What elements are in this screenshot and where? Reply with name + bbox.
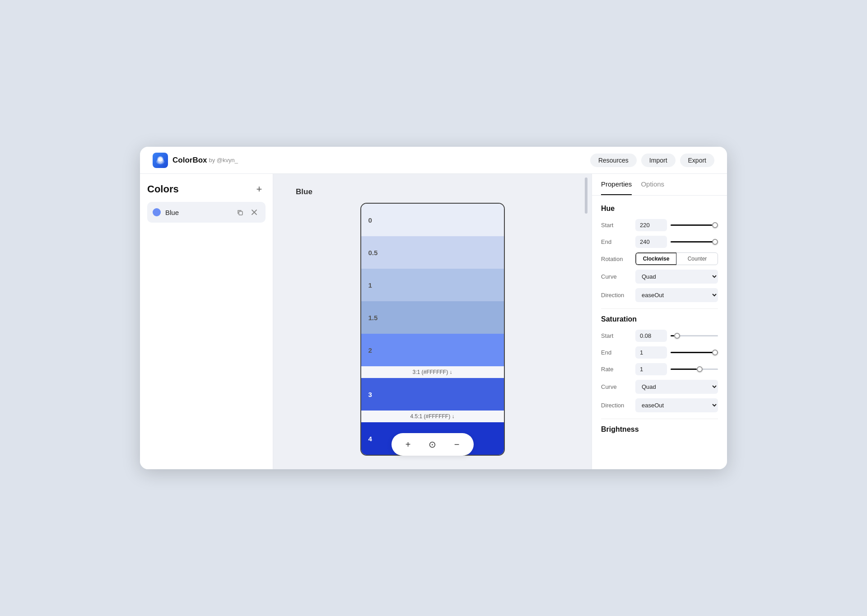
palette-row-3: 3	[361, 378, 504, 411]
row-label-3: 3	[368, 391, 372, 398]
palette-row-1-5: 1.5	[361, 301, 504, 334]
main-layout: Colors + Blue	[140, 174, 727, 469]
scroll-bar[interactable]	[584, 174, 588, 469]
sat-end-input[interactable]	[635, 346, 667, 359]
sat-rate-input[interactable]	[635, 363, 667, 375]
rotation-toggle: Clockwise Counter	[635, 252, 718, 265]
hue-curve-label: Curve	[601, 273, 632, 280]
palette-row-0: 0	[361, 204, 504, 236]
sat-rate-row: Rate	[601, 363, 718, 375]
sat-start-row: Start	[601, 330, 718, 342]
app-subtitle: by @kvyn_	[209, 157, 238, 163]
sidebar: Colors + Blue	[140, 174, 273, 469]
copy-color-button[interactable]	[234, 206, 246, 218]
rotation-counter-button[interactable]: Counter	[676, 252, 718, 265]
hue-rotation-label: Rotation	[601, 256, 632, 262]
properties-panel: Properties Options Hue Start	[592, 174, 727, 469]
sat-direction-select[interactable]: easeOut	[635, 398, 718, 412]
hue-title: Hue	[601, 205, 718, 213]
color-actions	[234, 206, 260, 218]
row-label-1: 1	[368, 281, 372, 289]
row-label-0-5: 0.5	[368, 249, 378, 257]
color-name-blue: Blue	[165, 209, 229, 216]
tab-options[interactable]: Options	[641, 174, 664, 195]
hue-direction-label: Direction	[601, 292, 632, 299]
hue-curve-select[interactable]: Quad	[635, 270, 718, 284]
sat-rate-slider[interactable]	[671, 369, 718, 370]
color-dot-blue	[153, 208, 161, 216]
contrast-3-text: 3:1 (#FFFFFF) ↓	[413, 369, 452, 375]
sidebar-title: Colors	[147, 183, 179, 195]
hue-start-row: Start	[601, 219, 718, 231]
resources-button[interactable]: Resources	[590, 154, 637, 167]
hue-rotation-row: Rotation Clockwise Counter	[601, 252, 718, 265]
import-button[interactable]: Import	[641, 154, 676, 167]
sat-curve-select[interactable]: Quad	[635, 380, 718, 394]
sat-direction-row: Direction easeOut	[601, 398, 718, 412]
hue-direction-row: Direction easeOut	[601, 288, 718, 302]
zoom-in-button[interactable]: +	[401, 438, 415, 451]
controls-bar: + ⊙ −	[392, 433, 474, 456]
color-palette-card: 0 0.5 1 1.5 2 3	[360, 203, 505, 456]
palette-row-2: 2	[361, 334, 504, 366]
sat-curve-row: Curve Quad	[601, 380, 718, 394]
sat-rate-label: Rate	[601, 366, 632, 373]
saturation-section: Saturation Start End	[601, 315, 718, 412]
divider-1	[601, 308, 718, 309]
sat-end-row: End	[601, 346, 718, 359]
brightness-title: Brightness	[601, 425, 718, 434]
sat-start-slider[interactable]	[671, 335, 718, 336]
row-label-1-5: 1.5	[368, 314, 378, 322]
svg-point-2	[158, 157, 163, 162]
hue-end-row: End	[601, 236, 718, 248]
hue-section: Hue Start End	[601, 205, 718, 302]
rotation-clockwise-button[interactable]: Clockwise	[635, 252, 676, 265]
scroll-thumb	[585, 177, 587, 214]
hue-start-slider[interactable]	[671, 224, 718, 226]
app-logo-icon	[153, 153, 168, 168]
target-button[interactable]: ⊙	[426, 438, 439, 451]
hue-end-slider[interactable]	[671, 241, 718, 243]
sat-end-slider[interactable]	[671, 352, 718, 353]
svg-rect-3	[239, 211, 242, 215]
hue-start-label: Start	[601, 222, 632, 229]
export-button[interactable]: Export	[680, 154, 714, 167]
add-color-button[interactable]: +	[253, 183, 266, 196]
tab-properties[interactable]: Properties	[601, 174, 632, 195]
hue-curve-row: Curve Quad	[601, 270, 718, 284]
palette-label: Blue	[296, 187, 312, 196]
sat-direction-label: Direction	[601, 402, 632, 409]
divider-2	[601, 419, 718, 419]
hue-direction-select[interactable]: easeOut	[635, 288, 718, 302]
saturation-title: Saturation	[601, 315, 718, 323]
panel-content: Hue Start End	[592, 196, 727, 447]
canvas-area: Blue 0 0.5 1 1.5	[273, 174, 592, 469]
hue-end-label: End	[601, 238, 632, 245]
color-item-blue[interactable]: Blue	[147, 202, 266, 223]
palette-row-1: 1	[361, 269, 504, 301]
palette-row-0-5: 0.5	[361, 236, 504, 269]
contrast-4-5-text: 4.5:1 (#FFFFFF) ↓	[410, 413, 454, 420]
header: ColorBox by @kvyn_ Resources Import Expo…	[140, 147, 727, 174]
sat-start-input[interactable]	[635, 330, 667, 342]
hue-end-input[interactable]	[635, 236, 667, 248]
sat-end-label: End	[601, 349, 632, 356]
row-label-2: 2	[368, 346, 372, 354]
contrast-badge-4-5: 4.5:1 (#FFFFFF) ↓	[361, 411, 504, 422]
contrast-badge-3: 3:1 (#FFFFFF) ↓	[361, 366, 504, 378]
sat-curve-label: Curve	[601, 383, 632, 390]
zoom-out-button[interactable]: −	[450, 438, 464, 451]
sidebar-header: Colors +	[147, 183, 266, 196]
sat-start-label: Start	[601, 332, 632, 339]
app-window: ColorBox by @kvyn_ Resources Import Expo…	[140, 147, 727, 469]
delete-color-button[interactable]	[248, 206, 260, 218]
hue-start-input[interactable]	[635, 219, 667, 231]
panel-tabs: Properties Options	[592, 174, 727, 196]
row-label-0: 0	[368, 216, 372, 224]
app-title: ColorBox	[172, 156, 207, 165]
row-label-4: 4	[368, 435, 372, 443]
